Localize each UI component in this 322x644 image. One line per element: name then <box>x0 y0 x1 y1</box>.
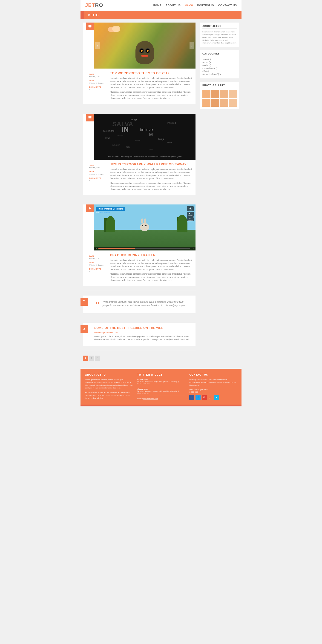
svg-line-9 <box>190 214 191 214</box>
date-label-1: DATE <box>89 73 107 75</box>
post-1-text2: Maecenas ipsum metus, semper hendrerit v… <box>110 90 193 100</box>
nav-home[interactable]: HOME <box>153 4 162 7</box>
video-title-bar: Title For Movie Goes Here <box>96 207 125 211</box>
nav-contact[interactable]: CONTACT US <box>218 4 237 7</box>
video-side-buttons: LIKE SHARE </> EMBED <box>187 206 194 221</box>
fullscreen-icon[interactable]: ⤢ <box>192 248 194 250</box>
photo-2[interactable] <box>211 90 219 98</box>
footer-twitter-col: TWITTER WIDGET @username What an awesome… <box>137 373 185 400</box>
post-1-meta: DATE April 15, 2012 TAGS Website | Desig… <box>89 71 107 102</box>
embed-btn[interactable]: </> EMBED <box>187 217 194 221</box>
post-1-title[interactable]: TOP WORDPRESS THEMES OF 2012 <box>110 71 193 75</box>
header-accent <box>80 11 84 19</box>
footer-contact-col: CONTACT US Lorem ipsum dolor sit amet, m… <box>189 373 237 400</box>
post-type-icon-2 <box>86 114 94 122</box>
slider-next-btn[interactable]: › <box>190 42 194 49</box>
photo-8[interactable] <box>229 99 237 107</box>
twitter-icon[interactable]: t <box>196 395 200 400</box>
post-1-body: TOP WORDPRESS THEMES OF 2012 Lorem ipsum… <box>110 71 193 102</box>
cat-6[interactable]: Super Cool Stuff (8) <box>202 73 237 76</box>
footer-email[interactable]: information@jetro.com <box>189 388 237 390</box>
post-3: Title For Movie Goes Here from Your Chan… <box>83 204 196 286</box>
like-btn[interactable]: LIKE <box>187 206 194 211</box>
photo-1[interactable] <box>202 90 210 98</box>
comments-label-3: COMMENTS <box>89 268 107 270</box>
footer-about-text1: Lorem ipsum dolor sit amet, malorum tech… <box>85 378 133 390</box>
date-label-3: DATE <box>89 255 107 257</box>
play-icon[interactable]: ▶ <box>96 248 97 250</box>
svg-rect-1 <box>89 28 91 28</box>
tags-label-1: TAGS <box>89 80 107 82</box>
video-controls: ▶ ⤢ <box>94 247 196 250</box>
quote-icon: " <box>83 300 85 304</box>
photo-6[interactable] <box>211 99 219 107</box>
cat-1[interactable]: Video (3) <box>202 58 237 60</box>
post-2-title[interactable]: JESUS TYPOGRAPHY WALLPAPER GIVEAWAY! <box>110 162 193 166</box>
tweet-2: @username What an awesome design with gr… <box>137 388 185 396</box>
tweet-2-text: What an awesome design with great functi… <box>137 390 185 392</box>
tweet-1-user[interactable]: @username <box>137 378 185 380</box>
footer-about-title: ABOUT JETRO <box>85 373 133 376</box>
nav-portfolio[interactable]: PORTFOLIO <box>197 4 214 7</box>
quote-type-icon: " <box>80 298 88 306</box>
sidebar: ABOUT JETRO Lorem ipsum dolor sit amet, … <box>200 22 239 365</box>
sidebar-about: ABOUT JETRO Lorem ipsum dolor sit amet, … <box>200 22 239 47</box>
video-overlay: Title For Movie Goes Here from Your Chan… <box>94 204 196 215</box>
page-2-btn[interactable]: 2 <box>89 356 94 361</box>
tweet-1-text: What an awesome design with great functi… <box>137 380 185 382</box>
follow-link[interactable]: @twitterusername <box>143 398 158 400</box>
page-header-bar: BLOG <box>80 11 242 19</box>
cat-4[interactable]: Entertainment (7) <box>202 67 237 70</box>
progress-fill <box>98 248 135 249</box>
date-value-2: April 15, 2012 <box>89 167 107 169</box>
post-type-icon-1 <box>86 22 94 30</box>
svg-line-8 <box>190 213 191 214</box>
post-3-text2: Maecenas ipsum metus, semper hendrerit v… <box>110 272 193 282</box>
comments-count-2: 4 <box>89 180 107 182</box>
main-nav: HOME ABOUT US BLOG PORTFOLIO CONTACT US <box>153 4 237 7</box>
page-title: BLOG <box>84 11 102 19</box>
progress-bar[interactable] <box>98 248 190 249</box>
tweet-1: @username What an awesome design with gr… <box>137 378 185 386</box>
nav-blog[interactable]: BLOG <box>185 4 193 7</box>
photo-5[interactable] <box>202 99 210 107</box>
photo-7[interactable] <box>220 99 228 107</box>
vimeo-icon[interactable]: v <box>214 395 219 400</box>
facebook-icon[interactable]: f <box>189 395 194 400</box>
photo-4[interactable] <box>229 90 237 98</box>
page-1-btn[interactable]: 1 <box>83 356 88 361</box>
site-logo[interactable]: JETRO <box>85 2 103 8</box>
footer-contact-text: Lorem ipsum dolor sit amet, malorum tech… <box>189 378 237 387</box>
link-post-title[interactable]: SOME OF THE BEST FREEBIES ON THE WEB <box>94 326 192 330</box>
nav-about[interactable]: ABOUT US <box>166 4 180 7</box>
comments-label-1: COMMENTS <box>89 86 107 88</box>
cat-5[interactable]: Life (4) <box>202 70 237 72</box>
comments-count-3: 4 <box>89 270 107 272</box>
video-player: Title For Movie Goes Here from Your Chan… <box>94 204 196 250</box>
slider-prev-btn[interactable]: ‹ <box>95 42 100 49</box>
photo-3[interactable] <box>220 90 228 98</box>
divider-4 <box>83 318 196 318</box>
email-icon[interactable]: ✉ <box>202 395 207 400</box>
svg-rect-2 <box>88 116 92 118</box>
rss-icon[interactable] <box>208 395 213 400</box>
share-btn[interactable]: SHARE <box>187 212 194 217</box>
cat-3[interactable]: Media (2) <box>202 64 237 66</box>
post-2-text2: Maecenas ipsum metus, semper hendrerit v… <box>110 182 193 191</box>
post-2-meta: DATE April 15, 2012 TAGS Website | Desig… <box>89 162 107 192</box>
footer-social-icons: f t ✉ v <box>189 395 237 400</box>
link-post-text: Lorem ipsum dolor sit amet, sit an moles… <box>94 335 192 341</box>
link-post-url[interactable]: www.bestpdffreebies.com <box>94 332 192 334</box>
cat-2[interactable]: Sports (5) <box>202 61 237 64</box>
tweet-2-user[interactable]: @username <box>137 388 185 390</box>
post-3-body: BIG BUCK BUNNY TRAILER Lorem ipsum dolor… <box>110 253 193 283</box>
footer-phone: 1-222-333 4444 <box>189 391 237 393</box>
post-type-icon-3 <box>86 204 94 212</box>
comments-label-2: COMMENTS <box>89 177 107 179</box>
date-value-1: April 15, 2012 <box>89 76 107 78</box>
post-3-title[interactable]: BIG BUCK BUNNY TRAILER <box>110 253 193 257</box>
follow-section: Follow @twitterusername <box>137 398 185 400</box>
post-3-text1: Lorem ipsum dolor sit amet, sit an moles… <box>110 259 193 271</box>
page-next-btn[interactable]: > <box>95 356 100 361</box>
comments-count-1: 4 <box>89 88 107 90</box>
